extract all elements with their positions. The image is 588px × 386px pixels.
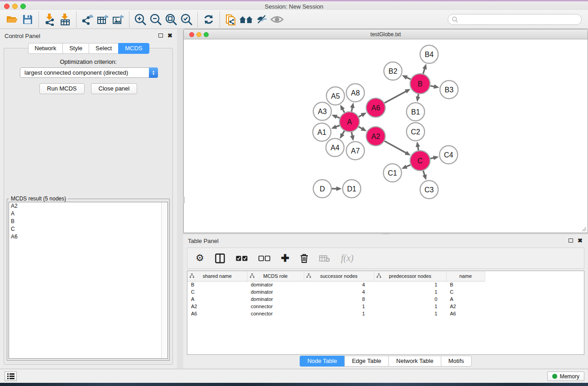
table-cell[interactable]: 1 [374,288,446,295]
refresh-layout-icon[interactable] [201,12,216,27]
tab-mcds[interactable]: MCDS [118,43,149,54]
table-cell[interactable]: A [187,295,247,303]
table-settings-gear-icon[interactable]: ⚙ [196,253,204,263]
show-graphics-details-icon[interactable] [254,12,269,27]
graph-edge-A-A8[interactable] [352,107,353,111]
graph-edge-C-C3[interactable] [423,171,425,176]
delete-table-icon[interactable] [319,255,330,262]
graph-edge-A2-C[interactable] [384,141,406,153]
table-cell[interactable]: A6 [187,310,247,317]
create-column-icon[interactable]: ✚ [281,254,289,263]
graph-edge-C-C1[interactable] [406,165,411,167]
table-cell[interactable]: dominator [247,281,304,288]
tab-style[interactable]: Style [62,43,89,54]
column-header-successor-nodes[interactable]: successor nodes [304,271,374,281]
tab-select[interactable]: Select [89,43,118,54]
graph-edge-C-C4[interactable] [430,157,435,158]
tab-edge-table[interactable]: Edge Table [344,356,388,367]
zoom-selected-icon[interactable] [179,12,194,27]
table-cell[interactable]: dominator [247,295,304,303]
table-cell[interactable]: 4 [304,288,374,295]
graph-edge-B-B2[interactable] [406,77,411,80]
node-table-container[interactable]: shared nameMCDS rolesuccessor nodesprede… [187,271,584,355]
import-network-icon[interactable] [42,12,57,27]
home-icon[interactable] [239,12,254,27]
graph-edge-B-B3[interactable] [430,86,435,87]
tab-network[interactable]: Network [28,43,62,54]
export-image-icon[interactable] [110,12,126,27]
tab-network-table[interactable]: Network Table [388,356,440,367]
table-cell[interactable]: 1 [304,310,374,317]
zoom-in-icon[interactable] [133,12,148,27]
table-row[interactable]: Bdominator41B [187,281,485,288]
graph-edge-C-C2[interactable] [418,146,419,151]
close-panel-icon[interactable]: ✖ [167,33,172,38]
result-item[interactable]: A [9,210,167,218]
table-cell[interactable]: C [446,288,485,295]
new-network-from-selection-icon[interactable] [223,12,239,27]
table-cell[interactable]: connector [247,310,304,317]
table-cell[interactable]: C [187,288,247,295]
table-cell[interactable]: A2 [187,303,247,310]
table-cell[interactable]: 4 [304,281,374,288]
network-canvas[interactable]: B4B2BB3A5A8A6A3B1AA1C2A2A4A7C4CC1C3DD1 [184,39,587,232]
mcds-result-list[interactable]: A2ABCA6 [9,202,168,359]
result-item[interactable]: A6 [9,233,167,241]
network-graph[interactable]: B4B2BB3A5A8A6A3B1AA1C2A2A4A7C4CC1C3DD1 [184,39,588,233]
deselect-all-columns-icon[interactable] [258,256,270,261]
table-cell[interactable]: A [446,295,485,303]
search-input[interactable] [448,14,582,25]
column-header-MCDS-role[interactable]: MCDS role [247,271,304,281]
select-all-columns-icon[interactable] [236,256,248,261]
network-window-titlebar[interactable]: testGlobe.txt [184,29,588,39]
tab-motifs[interactable]: Motifs [440,356,472,367]
graph-edge-A-A4[interactable] [342,131,344,135]
table-cell[interactable]: 1 [374,281,446,288]
float-panel-icon[interactable] [158,33,163,38]
graph-edge-A-A7[interactable] [352,132,353,137]
save-session-icon[interactable] [20,12,35,27]
table-row[interactable]: Adominator80A [187,295,485,303]
table-cell[interactable]: dominator [247,288,304,295]
resize-grip-icon[interactable] [580,225,587,232]
close-table-panel-icon[interactable]: ✖ [578,238,583,243]
task-history-button[interactable] [5,372,17,381]
result-item[interactable]: B [9,218,167,225]
export-network-icon[interactable] [80,12,95,27]
table-row[interactable]: Cdominator41C [187,288,485,295]
table-row[interactable]: A6connector11A6 [187,310,485,317]
table-row[interactable]: A2connector11A2 [187,303,485,310]
column-header-name[interactable]: name [446,271,485,281]
tab-node-table[interactable]: Node Table [300,356,344,367]
zoom-fit-icon[interactable] [163,12,179,27]
function-builder-icon[interactable]: f(x) [341,253,354,263]
close-panel-button[interactable]: Close panel [91,83,138,94]
graph-edge-B-B1[interactable] [418,94,418,98]
export-table-icon[interactable] [95,12,110,27]
result-item[interactable]: C [9,225,167,233]
graph-edge-B-B4[interactable] [423,68,425,74]
column-header-shared-name[interactable]: shared name [187,271,247,281]
result-scrollbar[interactable] [161,202,167,358]
graph-edge-A-A3[interactable] [336,116,340,118]
graph-edge-A-A6[interactable] [359,115,363,117]
table-cell[interactable]: 1 [374,310,446,317]
graph-edge-A-A1[interactable] [335,125,340,127]
run-mcds-button[interactable]: Run MCDS [39,83,85,94]
table-cell[interactable]: B [187,281,247,288]
float-table-panel-icon[interactable] [569,238,573,243]
graph-edge-A-A2[interactable] [359,127,363,129]
table-cell[interactable]: B [446,281,485,288]
table-cell[interactable]: A2 [446,303,485,310]
graph-edge-A-A5[interactable] [342,109,344,113]
delete-column-icon[interactable] [300,253,308,263]
column-header-predecessor-nodes[interactable]: predecessor nodes [374,271,446,281]
table-cell[interactable]: connector [247,303,304,310]
table-cell[interactable]: 1 [374,303,446,310]
result-item[interactable]: A2 [9,202,167,210]
graph-edge-A6-B[interactable] [384,91,406,103]
open-folder-icon[interactable] [5,12,20,27]
eye-icon[interactable] [269,12,285,27]
table-cell[interactable]: 8 [304,295,374,303]
criterion-dropdown[interactable]: largest connected component (directed) ▲… [20,67,158,78]
